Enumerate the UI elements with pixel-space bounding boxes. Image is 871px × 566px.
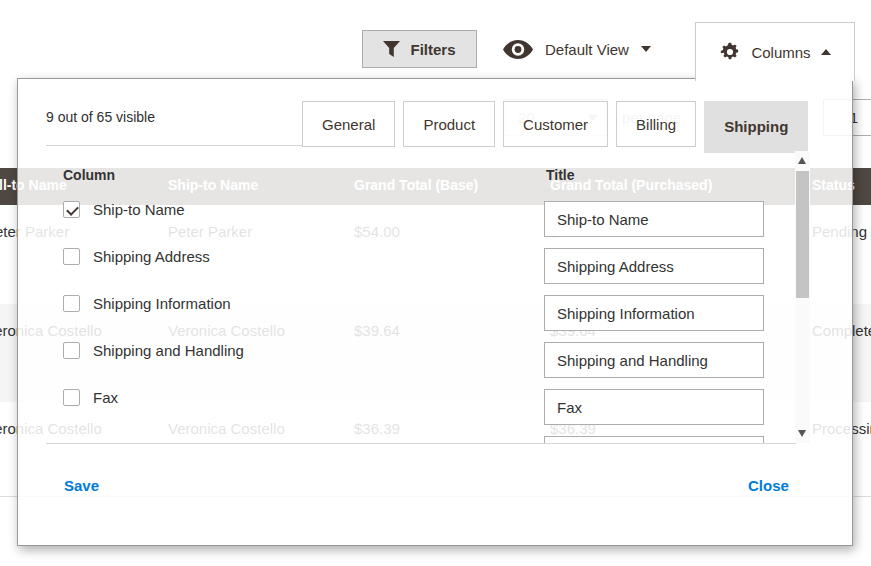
columns-button[interactable]: Columns: [695, 22, 855, 81]
filters-button[interactable]: Filters: [362, 30, 477, 68]
columns-panel: 9 out of 65 visible General Product Cust…: [17, 78, 853, 546]
title-input-shipping-and-handling[interactable]: [544, 342, 764, 378]
chevron-down-icon: [641, 46, 651, 52]
filters-button-label: Filters: [410, 41, 455, 58]
tab-billing[interactable]: Billing: [616, 101, 696, 147]
columns-panel-tabs: General Product Customer Billing Shippin…: [302, 101, 808, 153]
title-input-fax[interactable]: [544, 389, 764, 425]
scroll-up-icon[interactable]: [798, 157, 806, 164]
columns-button-label: Columns: [751, 44, 810, 61]
scroll-down-icon[interactable]: [798, 430, 806, 437]
scrollbar[interactable]: [795, 151, 810, 443]
chevron-up-icon: [821, 49, 831, 55]
tab-shipping[interactable]: Shipping: [704, 101, 808, 153]
gear-icon: [719, 41, 741, 63]
title-input-shipping-address[interactable]: [544, 248, 764, 284]
title-header: Title: [546, 167, 575, 183]
scrollbar-thumb[interactable]: [796, 171, 809, 298]
orders-grid-page: 20 per page 1 Bill-to Name Ship-to Name …: [0, 0, 871, 566]
checkbox-row-shipping-address[interactable]: Shipping Address: [63, 248, 210, 265]
checkbox[interactable]: [63, 342, 80, 359]
checkbox[interactable]: [63, 389, 80, 406]
checkbox[interactable]: [63, 201, 80, 218]
checkbox[interactable]: [63, 248, 80, 265]
default-view-button[interactable]: Default View: [503, 30, 651, 68]
divider: [46, 443, 796, 444]
eye-icon: [503, 40, 533, 59]
tab-customer[interactable]: Customer: [503, 101, 608, 147]
save-button[interactable]: Save: [64, 477, 99, 494]
checkbox-label: Fax: [93, 389, 118, 406]
tab-product[interactable]: Product: [403, 101, 495, 147]
checkbox-row-ship-to-name[interactable]: Ship-to Name: [63, 201, 185, 218]
checkbox-label: Ship-to Name: [93, 201, 185, 218]
checkbox-row-fax[interactable]: Fax: [63, 389, 118, 406]
title-input-clipped[interactable]: [544, 436, 764, 443]
checkbox[interactable]: [63, 295, 80, 312]
filter-funnel-icon: [383, 41, 400, 57]
tab-general[interactable]: General: [302, 101, 395, 147]
default-view-label: Default View: [545, 41, 629, 58]
divider: [46, 145, 302, 146]
close-button[interactable]: Close: [748, 477, 789, 494]
checkbox-label: Shipping Address: [93, 248, 210, 265]
title-input-shipping-information[interactable]: [544, 295, 764, 331]
checkbox-label: Shipping and Handling: [93, 342, 244, 359]
checkbox-row-shipping-and-handling[interactable]: Shipping and Handling: [63, 342, 244, 359]
columns-panel-body: Column Title Ship-to Name Shipping Addre…: [18, 151, 852, 443]
checkbox-label: Shipping Information: [93, 295, 231, 312]
title-input-ship-to-name[interactable]: [544, 201, 764, 237]
visible-count-label: 9 out of 65 visible: [46, 109, 155, 125]
checkbox-row-shipping-information[interactable]: Shipping Information: [63, 295, 231, 312]
column-header: Column: [63, 167, 115, 183]
